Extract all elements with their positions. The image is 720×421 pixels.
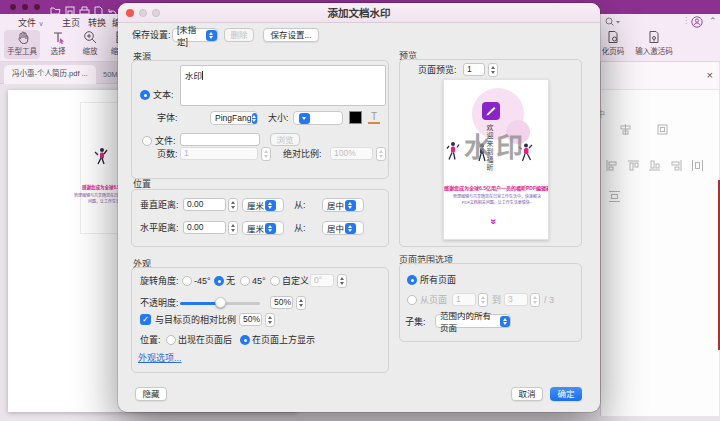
horizontal-distance-stepper[interactable]	[228, 221, 238, 235]
behind-page-label: 出现在页面后	[178, 334, 232, 346]
dialog-close-button[interactable]	[126, 9, 134, 17]
rotate-custom-radio[interactable]	[270, 276, 280, 286]
font-select[interactable]: PingFang	[210, 111, 258, 125]
ok-button[interactable]: 确定	[550, 387, 582, 401]
save-settings-button[interactable]: 保存设置...	[263, 28, 319, 42]
total-pages-label: / 3	[544, 294, 554, 306]
horizontal-unit-select[interactable]: 厘米	[242, 221, 284, 235]
rotate-45-label: 45°	[252, 275, 266, 287]
absolute-scale-field[interactable]: 100%	[330, 147, 373, 160]
alignment-panel: × 居中	[600, 62, 719, 416]
text-radio-label: 文本:	[153, 89, 174, 101]
enter-activation-code-button[interactable]: 输入激活码	[632, 30, 676, 59]
cancel-button[interactable]: 取消	[511, 387, 543, 401]
text-radio[interactable]	[140, 90, 150, 100]
watermark-preview: 欢迎来到福昕 水印 感谢您成为全球6.5亿用户一员的福昕PDF编辑器 管理编辑与…	[443, 79, 549, 240]
align-center-v-icon[interactable]	[656, 122, 669, 135]
optimize-pages-button[interactable]: 化页码	[596, 30, 630, 59]
appearance-options-link[interactable]: 外观选项...	[138, 351, 182, 364]
pages-field[interactable]: 1	[180, 147, 258, 160]
file-radio-label: 文件:	[155, 135, 176, 147]
hide-button[interactable]: 隐藏	[135, 387, 167, 401]
subset-label: 子集:	[405, 316, 426, 328]
browse-button[interactable]: 浏览	[270, 133, 300, 146]
opacity-slider-knob[interactable]	[215, 297, 226, 308]
subset-select[interactable]: 范围内的所有页面	[435, 314, 511, 328]
preview-chevron-down-icon: »	[488, 219, 499, 225]
watermark-text-input[interactable]: 水印	[180, 65, 386, 106]
all-pages-radio[interactable]	[407, 275, 417, 285]
alignment-panel-header: ×	[601, 62, 719, 90]
select-stepper-icon	[252, 113, 257, 124]
select-stepper-icon	[206, 30, 216, 41]
vertical-unit-select[interactable]: 厘米	[242, 198, 284, 212]
absolute-scale-stepper[interactable]	[376, 147, 386, 161]
select-tool-button[interactable]: 选择	[44, 30, 72, 59]
distribute-h-icon[interactable]	[691, 158, 704, 171]
rotation-label: 旋转角度:	[140, 275, 179, 287]
app-zoom-button[interactable]	[34, 4, 40, 10]
more-options-icon[interactable]: ⋮	[682, 16, 690, 25]
relative-scale-field[interactable]: 50%	[239, 313, 262, 326]
zoom-tool-button[interactable]: 缩放	[76, 30, 104, 59]
opacity-stepper[interactable]	[296, 296, 306, 310]
select-stepper-icon	[265, 223, 276, 234]
delete-preset-button[interactable]: 删除	[224, 28, 254, 42]
page-preview-stepper[interactable]	[488, 63, 498, 77]
dialog-minimize-button[interactable]	[139, 9, 147, 17]
close-icon[interactable]: ×	[707, 70, 713, 81]
distribute-v-icon[interactable]	[608, 189, 621, 202]
document-tab-2[interactable]: 50M	[103, 70, 118, 79]
from-page-field[interactable]: 1	[452, 293, 476, 306]
pages-label: 页数:	[157, 148, 178, 160]
text-style-icon[interactable]: T	[368, 111, 380, 124]
combo-dropdown-icon	[299, 113, 310, 124]
app-close-button[interactable]	[10, 4, 16, 10]
app-minimize-button[interactable]	[22, 4, 28, 10]
custom-angle-stepper[interactable]	[337, 274, 347, 288]
size-combo[interactable]	[293, 111, 343, 125]
preview-body-text: 管理编辑与共享随您在日常工作生活中，快速解决 PDF文档相关问题，让工作生活更愉…	[448, 194, 546, 206]
rotate-none-label: 无	[226, 275, 235, 287]
preset-select[interactable]: [未指定]	[172, 28, 218, 42]
relative-scale-checkbox[interactable]: ✓	[140, 314, 151, 325]
horizontal-distance-label: 水平距离:	[140, 222, 179, 234]
align-bottom-icon[interactable]	[648, 158, 661, 171]
to-page-stepper[interactable]	[530, 293, 540, 307]
align-top-icon[interactable]	[627, 158, 640, 171]
document-tab[interactable]: 冯小惠-个人简历.pdf ...	[4, 65, 96, 84]
align-left-icon[interactable]	[605, 158, 618, 171]
hand-tool-button[interactable]: 手型工具	[4, 30, 40, 59]
rotate-neg45-radio[interactable]	[182, 276, 192, 286]
horizontal-from-select[interactable]: 居中	[322, 221, 364, 235]
collapse-toolbar-icon[interactable]: ⌃	[709, 16, 717, 26]
app-logo-icon	[482, 102, 500, 120]
vertical-distance-stepper[interactable]	[228, 198, 238, 212]
select-stepper-icon	[265, 200, 276, 211]
rotate-none-radio[interactable]	[214, 276, 224, 286]
file-radio[interactable]	[142, 136, 152, 146]
page-preview-field[interactable]: 1	[463, 63, 485, 76]
vertical-from-select[interactable]: 居中	[322, 198, 364, 212]
align-right-icon[interactable]	[670, 158, 683, 171]
opacity-field[interactable]: 50%	[270, 296, 293, 309]
above-page-radio[interactable]	[240, 335, 250, 345]
dialog-zoom-button[interactable]	[152, 9, 160, 17]
wm-position-label: 位置:	[140, 334, 161, 346]
custom-angle-field[interactable]: 0°	[310, 274, 334, 287]
rotate-45-radio[interactable]	[240, 276, 250, 286]
from-page-radio[interactable]	[407, 295, 417, 305]
pages-stepper[interactable]	[261, 147, 271, 161]
relative-scale-stepper[interactable]	[265, 313, 275, 327]
behind-page-radio[interactable]	[166, 335, 176, 345]
file-path-field[interactable]	[180, 133, 260, 146]
vertical-distance-field[interactable]: 0.00	[183, 198, 226, 211]
save-settings-label: 保存设置:	[132, 29, 171, 41]
to-page-field[interactable]: 3	[504, 293, 528, 306]
align-center-h-icon[interactable]	[619, 122, 632, 135]
font-label: 字体:	[157, 112, 178, 124]
horizontal-distance-field[interactable]: 0.00	[183, 221, 226, 234]
screen: 文件 ∨ 主页 转换 编辑 ⋮ ⌃ 手型工具 选择 缩放 缩略图 化页码	[0, 0, 720, 421]
color-swatch[interactable]	[349, 111, 362, 124]
from-page-stepper[interactable]	[478, 293, 488, 307]
